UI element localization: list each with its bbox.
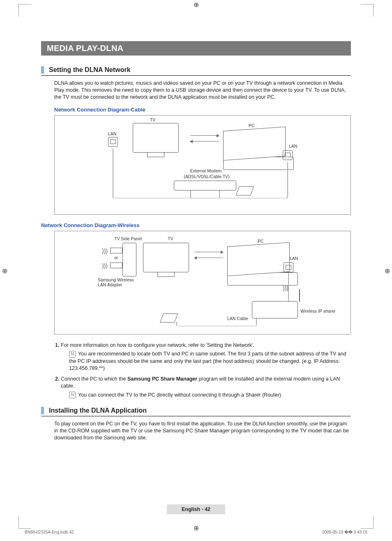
label-adapter-2: LAN Adapter [98,282,122,287]
note-text-pre: Connect the PC to which the [61,376,127,382]
print-meta-right: 2009-05-19 �� 3:43:16 [322,530,367,534]
wireless-router-icon [252,301,298,318]
tv-side-panel-icon [122,243,136,276]
lan-port-icon [108,137,118,147]
cable-line-icon [287,162,288,198]
label-tv: TV [150,117,155,122]
wlan-adapter-icon [110,262,122,268]
cable-line-icon [178,326,256,327]
diagram-title-cable: Network Connection Diagram-Cable [54,107,351,113]
network-diagram-wireless: TV Side Panel TV ))) or ))) Samsung Wire… [54,231,351,334]
cable-line-icon [288,273,289,301]
section-intro-text: To play content on the PC on the TV, you… [54,420,351,441]
registration-mark-icon: ⊕ [194,524,199,532]
arrow-right-icon [194,252,223,253]
label-or: or [114,255,118,260]
section-intro-text: DLNA allows you to watch pictures, music… [54,80,351,101]
sub-note-text: You are recommended to locate both TV an… [69,351,346,371]
crop-mark-icon [361,4,374,17]
registration-mark-icon: ⊕ [2,267,7,274]
section-heading-install-dlna: Installing the DLNA Application [41,407,351,416]
wifi-icon: ))) [102,248,108,254]
label-modem-1: External Modem [181,168,231,173]
page-footer: English - 42 [167,504,225,514]
page-content: MEDIA PLAY-DLNA Setting the DLNA Network… [41,41,351,447]
chapter-banner: MEDIA PLAY-DLNA [41,41,351,56]
lan-port-icon [283,150,293,160]
laptop-icon [223,129,294,170]
tv-icon [143,243,189,272]
cable-line-icon [176,322,177,326]
wlan-adapter-icon [110,248,122,253]
cable-line-icon [236,198,288,199]
note-icon: N [69,392,76,398]
cable-line-icon [113,149,113,198]
label-tv: TV [168,236,173,241]
heading-accent-bar-icon [41,66,44,74]
registration-mark-icon: ⊕ [385,267,390,274]
cable-line-icon [190,190,191,198]
list-item: Connect the PC to which the Samsung PC S… [61,376,351,399]
heading-accent-bar-icon [41,407,44,414]
tv-stand-icon [157,272,175,277]
note-icon: N [69,351,76,358]
tv-stand-icon [147,152,164,157]
sub-note: NYou are recommended to locate both TV a… [69,351,351,372]
note-text: For more information on how to configure… [61,342,254,348]
section-title: Installing the DLNA Application [49,407,147,414]
section-heading-dlna-network: Setting the DLNA Network [41,66,351,76]
label-lan-pc: LAN [289,144,297,149]
crop-mark-icon [18,4,31,17]
arrow-left-icon [190,141,219,142]
cable-line-icon [113,198,236,199]
label-pc: PC [249,123,255,128]
label-adapter-1: Samsung Wireless [98,277,134,282]
network-diagram-cable: TV LAN PC LAN External Modem (ADSL/VDSL/… [54,115,351,215]
sub-note: NYou can connect the TV to the PC direct… [69,392,351,399]
lan-port-icon [284,262,293,272]
sub-note-text: You can connect the TV to the PC directl… [78,392,283,398]
diagram-title-wireless: Network Connection Diagram-Wireless [41,222,351,228]
registration-mark-icon: ⊕ [194,1,199,9]
modem-icon [174,181,236,190]
tv-icon [133,123,179,153]
label-router: Wireless IP sharer [300,309,336,313]
section-title: Setting the DLNA Network [49,66,131,74]
wifi-icon: ))) [283,285,288,291]
cable-line-icon [219,190,220,198]
label-modem-2: (ADSL/VDSL/Cable TV) [178,174,235,179]
wall-jack-icon [236,186,254,195]
list-item: For more information on how to configure… [61,342,351,372]
manual-page: ⊕ ⊕ ⊕ ⊕ MEDIA PLAY-DLNA Setting the DLNA… [0,0,392,541]
arrow-right-icon [190,135,219,136]
crop-mark-icon [18,516,31,529]
cable-line-icon [256,318,257,326]
label-lan-pc: LAN [290,256,298,261]
wifi-icon: ))) [102,262,108,269]
print-meta-left: BN68-02325A-Eng.indb 42 [25,530,74,534]
label-pc: PC [258,239,264,244]
label-lan-tv: LAN [108,131,116,136]
note-text-bold: Samsung PC Share Manager [127,376,197,382]
arrow-left-icon [194,258,223,258]
crop-mark-icon [361,516,374,529]
label-tv-side-panel: TV Side Panel [114,236,142,241]
label-lan-cable: LAN Cable [227,316,248,321]
instruction-list: For more information on how to configure… [54,342,351,399]
wall-jack-icon [160,313,178,323]
